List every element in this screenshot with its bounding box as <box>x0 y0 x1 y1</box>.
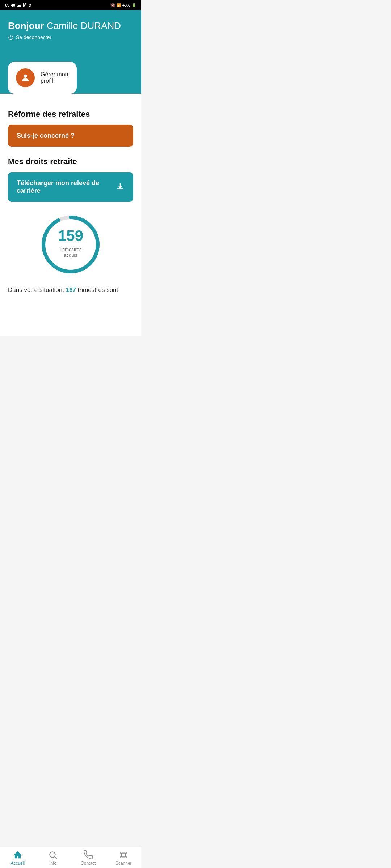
user-icon <box>20 73 30 83</box>
header-section: Bonjour Camille DURAND Se déconnecter Gé… <box>0 10 141 94</box>
profile-row: Gérer mon profil <box>0 62 141 94</box>
profile-label: Gérer mon profil <box>41 71 69 84</box>
logout-label: Se déconnecter <box>16 34 51 40</box>
header: Bonjour Camille DURAND Se déconnecter <box>0 10 141 62</box>
profile-card[interactable]: Gérer mon profil <box>8 62 77 94</box>
avatar <box>16 68 35 87</box>
status-bar: 09:40 ☁ M ⊙ 🔇 📶 43% 🔋 <box>0 0 141 10</box>
bottom-text: Dans votre situation, 167 trimestres son… <box>8 286 133 298</box>
trimestres-count: 159 <box>58 227 83 244</box>
status-left: 09:40 ☁ M ⊙ <box>5 3 31 8</box>
status-right: 🔇 📶 43% 🔋 <box>111 3 136 7</box>
greeting-name: Camille DURAND <box>47 20 121 31</box>
svg-text:Trimestres: Trimestres <box>60 247 82 252</box>
reform-title: Réforme des retraites <box>8 110 133 119</box>
rights-title: Mes droits retraite <box>8 157 133 166</box>
mute-icon: 🔇 <box>111 3 115 7</box>
cloud-icon: ☁ <box>17 3 21 8</box>
bottom-text-suffix: trimestres sont <box>78 286 118 293</box>
battery-icon: 🔋 <box>132 3 136 7</box>
download-label: Télécharger mon relevé de carrière <box>17 179 116 195</box>
clock-icon: ⊙ <box>28 3 31 7</box>
power-icon <box>8 34 14 40</box>
svg-rect-2 <box>117 188 123 189</box>
header-greeting: Bonjour Camille DURAND <box>8 20 133 31</box>
bottom-text-highlight: 167 <box>66 286 76 293</box>
reform-cta-button[interactable]: Suis-je concerné ? <box>8 125 133 147</box>
wifi-icon: 📶 <box>117 3 121 7</box>
status-time: 09:40 <box>5 3 15 7</box>
download-button[interactable]: Télécharger mon relevé de carrière <box>8 172 133 202</box>
svg-point-1 <box>24 75 27 78</box>
logout-button[interactable]: Se déconnecter <box>8 34 133 40</box>
trimestres-circle: 159 Trimestres acquis <box>8 212 133 277</box>
progress-svg: 159 Trimestres acquis <box>38 212 103 277</box>
svg-text:acquis: acquis <box>64 252 77 258</box>
mail-icon: M <box>23 3 26 8</box>
main-content: Réforme des retraites Suis-je concerné ?… <box>0 94 141 336</box>
download-icon <box>116 182 125 192</box>
svg-point-4 <box>43 217 98 272</box>
battery-text: 43% <box>122 3 130 7</box>
greeting-bold: Bonjour <box>8 20 44 31</box>
bottom-text-prefix: Dans votre situation, <box>8 286 66 293</box>
